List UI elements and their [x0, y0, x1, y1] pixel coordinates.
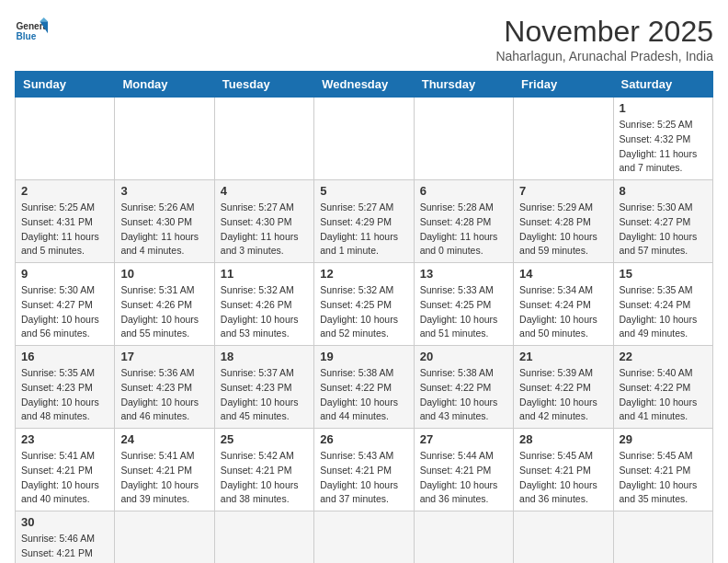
calendar-day-cell: [314, 511, 414, 564]
day-number: 24: [120, 432, 208, 446]
weekday-header-row: Sunday Monday Tuesday Wednesday Thursday…: [16, 72, 713, 98]
calendar-day-cell: [16, 98, 115, 180]
calendar-day-cell: 28Sunrise: 5:45 AM Sunset: 4:21 PM Dayli…: [514, 429, 613, 511]
calendar-day-cell: 4Sunrise: 5:27 AM Sunset: 4:30 PM Daylig…: [214, 180, 313, 263]
day-number: 9: [21, 267, 108, 281]
day-info: Sunrise: 5:39 AM Sunset: 4:22 PM Dayligh…: [519, 366, 607, 424]
day-number: 15: [620, 267, 707, 281]
day-number: 17: [120, 350, 208, 363]
day-number: 16: [21, 350, 108, 363]
day-info: Sunrise: 5:37 AM Sunset: 4:23 PM Dayligh…: [221, 366, 308, 424]
header-friday: Friday: [514, 72, 613, 98]
day-info: Sunrise: 5:35 AM Sunset: 4:23 PM Dayligh…: [21, 366, 108, 424]
header-tuesday: Tuesday: [214, 72, 313, 98]
day-info: Sunrise: 5:27 AM Sunset: 4:30 PM Dayligh…: [221, 201, 308, 259]
calendar-day-cell: [115, 98, 214, 180]
day-info: Sunrise: 5:32 AM Sunset: 4:26 PM Dayligh…: [221, 283, 308, 341]
svg-marker-3: [40, 17, 48, 21]
calendar-day-cell: 10Sunrise: 5:31 AM Sunset: 4:26 PM Dayli…: [115, 263, 214, 346]
day-info: Sunrise: 5:28 AM Sunset: 4:28 PM Dayligh…: [420, 201, 507, 259]
location-subtitle: Naharlagun, Arunachal Pradesh, India: [495, 49, 713, 63]
title-block: November 2025 Naharlagun, Arunachal Prad…: [495, 15, 713, 63]
page-header: General Blue November 2025 Naharlagun, A…: [15, 15, 713, 63]
day-number: 8: [620, 184, 707, 198]
calendar-day-cell: [613, 511, 712, 564]
day-number: 11: [221, 267, 308, 281]
calendar-day-cell: [514, 511, 613, 564]
day-info: Sunrise: 5:38 AM Sunset: 4:22 PM Dayligh…: [320, 366, 407, 424]
calendar-week-row: 2Sunrise: 5:25 AM Sunset: 4:31 PM Daylig…: [16, 180, 713, 263]
day-info: Sunrise: 5:33 AM Sunset: 4:25 PM Dayligh…: [420, 283, 507, 341]
calendar-day-cell: 30Sunrise: 5:46 AM Sunset: 4:21 PM Dayli…: [16, 511, 115, 564]
month-title: November 2025: [495, 15, 713, 49]
day-info: Sunrise: 5:45 AM Sunset: 4:21 PM Dayligh…: [620, 449, 707, 507]
calendar-week-row: 23Sunrise: 5:41 AM Sunset: 4:21 PM Dayli…: [16, 429, 713, 511]
calendar-day-cell: 20Sunrise: 5:38 AM Sunset: 4:22 PM Dayli…: [414, 346, 513, 429]
day-info: Sunrise: 5:42 AM Sunset: 4:21 PM Dayligh…: [221, 449, 308, 507]
calendar-week-row: 9Sunrise: 5:30 AM Sunset: 4:27 PM Daylig…: [16, 263, 713, 346]
day-number: 2: [21, 184, 108, 198]
calendar-day-cell: 24Sunrise: 5:41 AM Sunset: 4:21 PM Dayli…: [115, 429, 214, 511]
day-info: Sunrise: 5:26 AM Sunset: 4:30 PM Dayligh…: [120, 201, 208, 259]
logo-icon: General Blue: [15, 15, 48, 48]
calendar-day-cell: [214, 98, 313, 180]
calendar-day-cell: 29Sunrise: 5:45 AM Sunset: 4:21 PM Dayli…: [613, 429, 712, 511]
header-saturday: Saturday: [613, 72, 712, 98]
day-info: Sunrise: 5:31 AM Sunset: 4:26 PM Dayligh…: [120, 283, 208, 341]
day-info: Sunrise: 5:32 AM Sunset: 4:25 PM Dayligh…: [320, 283, 407, 341]
calendar-day-cell: [514, 98, 613, 180]
day-info: Sunrise: 5:34 AM Sunset: 4:24 PM Dayligh…: [519, 283, 607, 341]
calendar-day-cell: 12Sunrise: 5:32 AM Sunset: 4:25 PM Dayli…: [314, 263, 414, 346]
day-info: Sunrise: 5:46 AM Sunset: 4:21 PM Dayligh…: [21, 532, 108, 563]
calendar-day-cell: 8Sunrise: 5:30 AM Sunset: 4:27 PM Daylig…: [613, 180, 712, 263]
calendar-week-row: 16Sunrise: 5:35 AM Sunset: 4:23 PM Dayli…: [16, 346, 713, 429]
day-number: 30: [21, 515, 108, 529]
calendar-day-cell: 14Sunrise: 5:34 AM Sunset: 4:24 PM Dayli…: [514, 263, 613, 346]
day-number: 1: [620, 101, 707, 115]
day-info: Sunrise: 5:27 AM Sunset: 4:29 PM Dayligh…: [320, 201, 407, 259]
day-info: Sunrise: 5:35 AM Sunset: 4:24 PM Dayligh…: [620, 283, 707, 341]
calendar-day-cell: 26Sunrise: 5:43 AM Sunset: 4:21 PM Dayli…: [314, 429, 414, 511]
day-number: 23: [21, 432, 108, 446]
calendar-day-cell: 1Sunrise: 5:25 AM Sunset: 4:32 PM Daylig…: [613, 98, 712, 180]
day-number: 19: [320, 350, 407, 363]
day-info: Sunrise: 5:29 AM Sunset: 4:28 PM Dayligh…: [519, 201, 607, 259]
day-info: Sunrise: 5:25 AM Sunset: 4:31 PM Dayligh…: [21, 201, 108, 259]
day-number: 27: [420, 432, 507, 446]
day-info: Sunrise: 5:38 AM Sunset: 4:22 PM Dayligh…: [420, 366, 507, 424]
calendar-day-cell: 25Sunrise: 5:42 AM Sunset: 4:21 PM Dayli…: [214, 429, 313, 511]
calendar-day-cell: [214, 511, 313, 564]
day-number: 6: [420, 184, 507, 198]
day-number: 4: [221, 184, 308, 198]
day-number: 12: [320, 267, 407, 281]
day-info: Sunrise: 5:30 AM Sunset: 4:27 PM Dayligh…: [620, 201, 707, 259]
day-info: Sunrise: 5:43 AM Sunset: 4:21 PM Dayligh…: [320, 449, 407, 507]
day-info: Sunrise: 5:41 AM Sunset: 4:21 PM Dayligh…: [120, 449, 208, 507]
calendar-day-cell: 22Sunrise: 5:40 AM Sunset: 4:22 PM Dayli…: [613, 346, 712, 429]
day-number: 20: [420, 350, 507, 363]
svg-text:Blue: Blue: [16, 31, 36, 41]
calendar-week-row: 1Sunrise: 5:25 AM Sunset: 4:32 PM Daylig…: [16, 98, 713, 180]
day-number: 21: [519, 350, 607, 363]
logo: General Blue: [15, 15, 48, 48]
day-number: 10: [120, 267, 208, 281]
calendar-day-cell: 5Sunrise: 5:27 AM Sunset: 4:29 PM Daylig…: [314, 180, 414, 263]
calendar-day-cell: 2Sunrise: 5:25 AM Sunset: 4:31 PM Daylig…: [16, 180, 115, 263]
calendar-week-row: 30Sunrise: 5:46 AM Sunset: 4:21 PM Dayli…: [16, 511, 713, 564]
calendar-table: Sunday Monday Tuesday Wednesday Thursday…: [15, 71, 713, 563]
day-number: 25: [221, 432, 308, 446]
day-number: 22: [620, 350, 707, 363]
day-info: Sunrise: 5:40 AM Sunset: 4:22 PM Dayligh…: [620, 366, 707, 424]
day-info: Sunrise: 5:45 AM Sunset: 4:21 PM Dayligh…: [519, 449, 607, 507]
day-number: 28: [519, 432, 607, 446]
calendar-day-cell: 21Sunrise: 5:39 AM Sunset: 4:22 PM Dayli…: [514, 346, 613, 429]
calendar-day-cell: [414, 511, 513, 564]
calendar-day-cell: 23Sunrise: 5:41 AM Sunset: 4:21 PM Dayli…: [16, 429, 115, 511]
day-info: Sunrise: 5:44 AM Sunset: 4:21 PM Dayligh…: [420, 449, 507, 507]
day-info: Sunrise: 5:36 AM Sunset: 4:23 PM Dayligh…: [120, 366, 208, 424]
header-sunday: Sunday: [16, 72, 115, 98]
calendar-day-cell: 9Sunrise: 5:30 AM Sunset: 4:27 PM Daylig…: [16, 263, 115, 346]
day-info: Sunrise: 5:30 AM Sunset: 4:27 PM Dayligh…: [21, 283, 108, 341]
day-info: Sunrise: 5:41 AM Sunset: 4:21 PM Dayligh…: [21, 449, 108, 507]
header-wednesday: Wednesday: [314, 72, 414, 98]
